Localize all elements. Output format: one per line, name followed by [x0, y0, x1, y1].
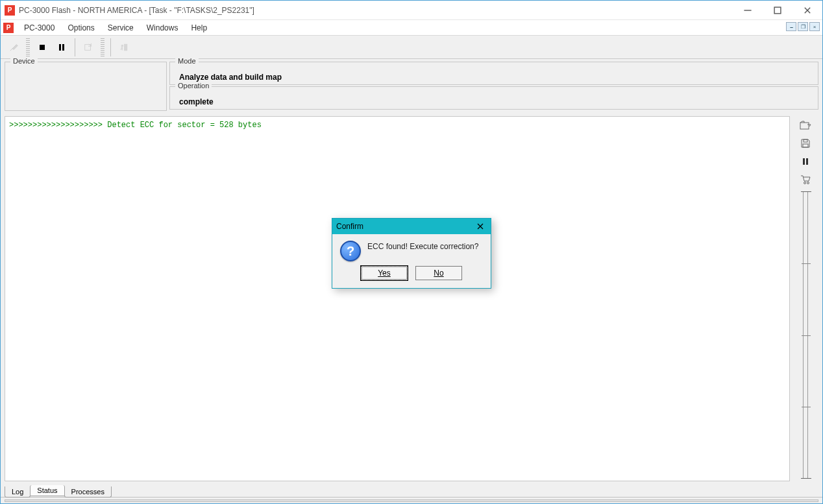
question-icon: ? — [340, 241, 361, 261]
mode-group: Mode Analyze data and build map — [169, 62, 818, 85]
operation-value: complete — [175, 96, 813, 106]
device-value — [10, 71, 161, 73]
ruler-tick — [802, 407, 811, 407]
device-legend: Device — [10, 57, 38, 65]
toolbar-grip-2 — [101, 38, 104, 56]
menu-options[interactable]: Options — [61, 21, 101, 35]
mdi-app-icon: P — [3, 23, 14, 33]
maximize-icon — [773, 6, 782, 15]
mdi-restore-button[interactable]: ❐ — [798, 22, 808, 31]
tool-probe-button — [5, 39, 23, 56]
floppy-icon — [800, 138, 811, 149]
close-button[interactable] — [792, 1, 822, 19]
status-bar — [1, 497, 822, 503]
mode-value: Analyze data and build map — [175, 71, 813, 82]
toolbar-grip — [26, 38, 30, 56]
svg-rect-6 — [62, 44, 64, 51]
mdi-window-controls: ‒ ❐ × — [786, 22, 820, 31]
toolbar — [1, 36, 822, 59]
svg-rect-8 — [124, 43, 127, 51]
side-pause-button[interactable] — [798, 154, 813, 169]
mode-op-column: Mode Analyze data and build map Operatio… — [169, 62, 818, 111]
cart-icon — [800, 174, 811, 185]
close-icon — [477, 223, 484, 230]
svg-point-9 — [121, 44, 124, 47]
title-bar: P PC-3000 Flash - NORTH AMERICA - [Task … — [1, 1, 822, 20]
bottom-tabs: Log Status Processes — [1, 483, 822, 497]
svg-rect-12 — [803, 144, 808, 147]
mdi-close-button[interactable]: × — [809, 22, 820, 31]
dialog-no-button[interactable]: No — [415, 266, 462, 280]
side-cart-button[interactable] — [798, 173, 813, 187]
dialog-no-label: No — [434, 269, 443, 278]
pause-icon — [57, 43, 66, 52]
tool-stop-button[interactable] — [33, 39, 51, 56]
operation-group: Operation complete — [169, 86, 818, 110]
svg-rect-10 — [800, 123, 809, 129]
svg-rect-4 — [40, 45, 45, 50]
menu-pc3000[interactable]: PC-3000 — [18, 21, 61, 35]
menu-help[interactable]: Help — [184, 21, 214, 35]
svg-point-16 — [807, 182, 809, 184]
svg-rect-14 — [806, 158, 808, 165]
main-area: >>>>>>>>>>>>>>>>>>>> Detect ECC for sect… — [5, 116, 818, 481]
dialog-title-bar[interactable]: Confirm — [332, 219, 491, 234]
dialog-buttons: Yes No — [332, 266, 491, 288]
svg-rect-5 — [59, 44, 61, 51]
mode-legend: Mode — [175, 57, 199, 65]
pause-icon-2 — [801, 157, 810, 166]
progress-bar — [5, 499, 818, 502]
tool-export-button — [79, 39, 97, 56]
menu-windows[interactable]: Windows — [140, 21, 185, 35]
close-icon — [803, 6, 812, 15]
vertical-ruler[interactable] — [803, 191, 808, 479]
log-pane[interactable]: >>>>>>>>>>>>>>>>>>>> Detect ECC for sect… — [5, 116, 790, 481]
probe-icon — [9, 43, 18, 52]
svg-rect-7 — [85, 44, 91, 50]
svg-point-15 — [804, 182, 806, 184]
svg-rect-11 — [804, 139, 807, 142]
dialog-yes-button[interactable]: Yes — [361, 266, 408, 280]
dialog-message: ECC found! Execute correction? — [367, 241, 478, 251]
dialog-title: Confirm — [336, 222, 474, 231]
dialog-close-button[interactable] — [474, 220, 487, 233]
window-controls — [733, 1, 822, 19]
dialog-yes-label: Yes — [378, 269, 391, 278]
stop-icon — [38, 43, 47, 52]
tool-exit-button — [115, 39, 133, 56]
window-title: PC-3000 Flash - NORTH AMERICA - [Task - … — [19, 6, 733, 15]
menu-service[interactable]: Service — [101, 21, 140, 35]
tab-status[interactable]: Status — [30, 485, 64, 496]
info-panels: Device Mode Analyze data and build map O… — [1, 59, 822, 112]
operation-legend: Operation — [175, 82, 212, 90]
svg-rect-1 — [774, 7, 781, 14]
folder-open-icon — [800, 120, 811, 130]
confirm-dialog: Confirm ? ECC found! Execute correction?… — [332, 218, 491, 289]
toolbar-separator — [75, 38, 75, 56]
minimize-icon — [743, 6, 752, 15]
minimize-button[interactable] — [733, 1, 763, 19]
ruler-tick — [802, 335, 811, 336]
log-line: >>>>>>>>>>>>>>>>>>>> Detect ECC for sect… — [9, 121, 785, 130]
svg-rect-13 — [803, 158, 805, 165]
menu-bar: P PC-3000 Options Service Windows Help ‒… — [1, 20, 822, 36]
ruler-tick — [802, 263, 811, 264]
dialog-body: ? ECC found! Execute correction? — [332, 234, 491, 266]
mdi-minimize-button[interactable]: ‒ — [786, 22, 796, 31]
tab-processes[interactable]: Processes — [64, 486, 112, 498]
app-icon: P — [5, 5, 15, 16]
export-icon — [84, 43, 93, 52]
tool-pause-button[interactable] — [53, 39, 71, 56]
device-group: Device — [5, 62, 167, 111]
exit-icon — [119, 43, 129, 52]
tab-log[interactable]: Log — [5, 486, 31, 498]
maximize-button[interactable] — [763, 1, 792, 19]
side-panel — [792, 116, 818, 481]
toolbar-separator-2 — [110, 38, 111, 56]
side-open-button[interactable] — [798, 118, 813, 132]
side-save-button[interactable] — [798, 136, 813, 150]
